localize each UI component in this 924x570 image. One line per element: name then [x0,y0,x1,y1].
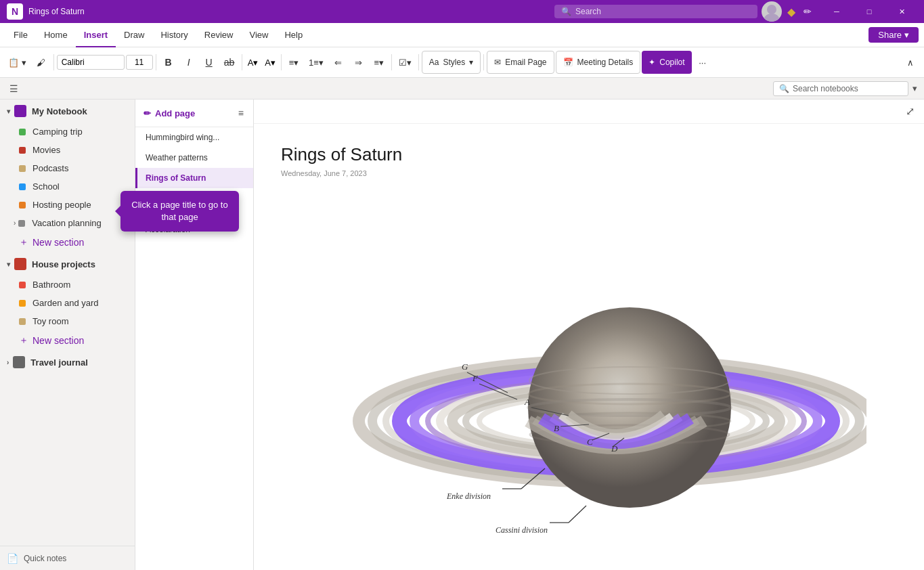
tab-insert[interactable]: Insert [76,23,116,47]
tab-review[interactable]: Review [196,23,242,47]
notebook-search-input[interactable]: 🔍 Search notebooks [773,81,908,96]
notebook-header-house-projects[interactable]: ▾ House projects [0,253,135,276]
ribbon-collapse-button[interactable]: ∧ [901,51,920,73]
section-label-school: School [32,181,60,192]
section-label-bathroom: Bathroom [32,280,70,290]
tab-view[interactable]: View [241,23,276,47]
page-rings-of-saturn[interactable]: Rings of Saturn [135,168,253,188]
decrease-indent-button[interactable]: ⇐ [329,51,348,73]
hamburger-button[interactable]: ☰ [7,81,21,97]
font-color-button[interactable]: A▾ [262,51,278,73]
copilot-button[interactable]: ✦ Copilot [642,51,691,74]
quick-notes-icon: 📄 [7,553,18,564]
notebook-title-travel: Travel journal [30,357,88,368]
sep6 [418,54,419,70]
close-button[interactable]: ✕ [886,2,917,21]
quick-notes-label: Quick notes [24,554,66,563]
title-bar: N Rings of Saturn 🔍 Search ◆ ✏ ─ □ ✕ [0,0,924,23]
align-button[interactable]: ≡▾ [370,51,389,73]
expand-button[interactable]: ⤢ [903,104,917,119]
app-title: Rings of Saturn [28,7,554,16]
font-name-input[interactable] [57,55,125,70]
app-icon: N [7,3,23,20]
notebook-header-travel[interactable]: › Travel journal [0,351,135,374]
minimize-button[interactable]: ─ [821,2,852,21]
section-camping-trip[interactable]: Camping trip [0,123,135,141]
profile-button[interactable] [762,1,782,22]
section-toyroom[interactable]: Toy room [0,312,135,330]
section-bathroom[interactable]: Bathroom [0,276,135,294]
chevron-right-icon-travel: › [7,359,9,366]
ribbon-toolbar: 📋 ▾ 🖌 B I U ab A▾ A▾ ≡▾ 1≡▾ ⇐ ⇒ ≡▾ ☑▾ Aa… [0,47,924,77]
section-dot-vacation [18,220,25,227]
section-school[interactable]: School [0,177,135,196]
tab-history[interactable]: History [152,23,196,47]
notebook-header-my-notebook[interactable]: ▾ My Notebook [0,100,135,123]
search-icon: 🔍 [561,7,571,16]
styles-button[interactable]: Aa Styles ▾ [422,51,481,74]
section-podcasts[interactable]: Podcasts [0,159,135,177]
bullet-list-button[interactable]: ≡▾ [284,51,303,73]
bold-button[interactable]: B [159,51,178,73]
svg-point-2 [767,5,776,14]
svg-text:B: B [554,423,559,433]
format-painter[interactable]: 🖌 [32,51,51,73]
copilot-icon: ✦ [648,58,655,67]
styles-icon: Aa [429,58,439,67]
check-button[interactable]: ☑▾ [395,51,416,73]
section-garden[interactable]: Garden and yard [0,294,135,312]
email-page-button[interactable]: ✉ Email Page [487,51,554,74]
notebook-toggle[interactable]: 📋 ▾ [4,51,30,73]
italic-button[interactable]: I [179,51,198,73]
section-dot-garden [19,300,26,307]
add-page-button[interactable]: ✏ Add page ≡ [135,100,253,127]
section-dot-hosting [19,202,26,209]
numbered-list-button[interactable]: 1≡▾ [305,51,328,73]
highlight-button[interactable]: A▾ [245,51,261,73]
section-label-hosting: Hosting people [32,200,91,210]
share-button[interactable]: Share ▾ [868,27,919,43]
premium-icon[interactable]: ◆ [787,5,795,18]
window-controls: ─ □ ✕ [821,2,917,21]
saturn-image: G F A B C D [281,191,897,570]
tab-file[interactable]: File [5,23,36,47]
plus-icon-house: ＋ [19,334,28,347]
svg-text:Cassini division: Cassini division [496,525,548,535]
sep4 [281,54,282,70]
notebook-travel: › Travel journal [0,351,135,374]
meeting-details-button[interactable]: 📅 Meeting Details [556,51,641,74]
add-page-label: Add page [155,108,195,118]
tab-home[interactable]: Home [36,23,76,47]
notebook-icon-my-notebook [14,105,26,117]
more-tools-button[interactable]: ··· [693,51,712,73]
svg-text:D: D [611,443,618,454]
quick-notes-button[interactable]: 📄 Quick notes [0,546,135,570]
increase-indent-button[interactable]: ⇒ [349,51,368,73]
underline-button[interactable]: U [200,51,219,73]
edit-icon[interactable]: ✏ [804,6,812,17]
new-section-house[interactable]: ＋ New section [0,330,135,351]
section-dot-movies [19,147,26,154]
add-page-icon: ✏ [144,108,151,118]
strikethrough-button[interactable]: ab [220,51,239,73]
section-movies[interactable]: Movies [0,141,135,159]
tab-draw[interactable]: Draw [116,23,152,47]
sep5 [391,54,392,70]
page-content: Rings of Saturn Wednesday, June 7, 2023 [254,124,924,570]
search-icon-small: 🔍 [779,84,789,93]
title-search[interactable]: 🔍 Search [554,5,757,18]
page-list-panel: ✏ Add page ≡ Hummingbird wing... Weather… [135,100,254,570]
page-hummingbird[interactable]: Hummingbird wing... [135,127,253,148]
maximize-button[interactable]: □ [854,2,885,21]
search-dropdown-arrow[interactable]: ▾ [912,83,917,93]
tab-help[interactable]: Help [276,23,311,47]
section-label-movies: Movies [32,145,60,155]
page-weather[interactable]: Weather patterns [135,148,253,168]
font-size-input[interactable] [126,55,153,70]
svg-text:F: F [472,373,479,383]
notebook-title-house: House projects [32,259,95,269]
new-section-my-notebook[interactable]: ＋ New section [0,232,135,253]
sort-button[interactable]: ≡ [237,106,245,120]
notebook-icon-travel [13,356,25,368]
new-section-house-label: New section [32,335,84,346]
